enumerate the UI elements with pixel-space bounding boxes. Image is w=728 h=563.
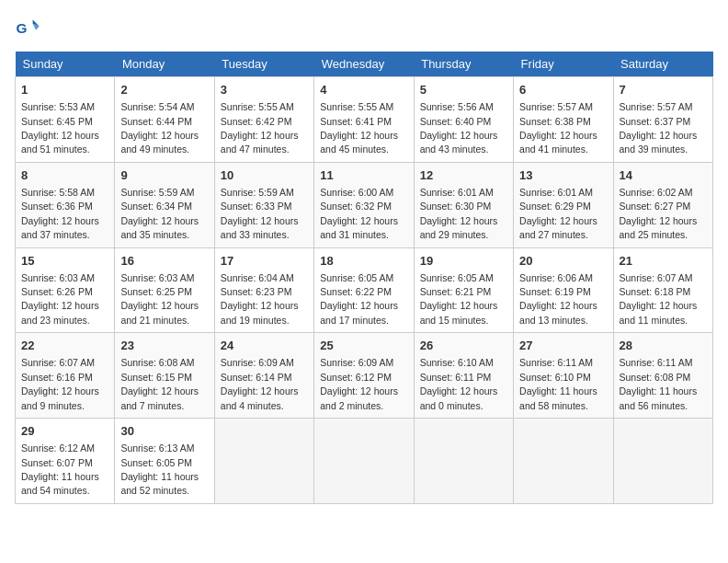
calendar-cell: 26Sunrise: 6:10 AMSunset: 6:11 PMDayligh…: [414, 333, 513, 419]
day-number: 13: [519, 167, 607, 184]
header-thursday: Thursday: [414, 52, 513, 77]
calendar-cell: 15Sunrise: 6:03 AMSunset: 6:26 PMDayligh…: [16, 247, 115, 333]
day-info: Sunrise: 5:59 AMSunset: 6:33 PMDaylight:…: [221, 187, 299, 240]
calendar-cell: [613, 419, 712, 504]
day-number: 8: [21, 167, 108, 184]
day-info: Sunrise: 5:53 AMSunset: 6:45 PMDaylight:…: [21, 101, 99, 155]
calendar-cell: 27Sunrise: 6:11 AMSunset: 6:10 PMDayligh…: [514, 333, 613, 419]
day-info: Sunrise: 6:06 AMSunset: 6:19 PMDaylight:…: [519, 272, 597, 326]
day-number: 30: [120, 423, 208, 440]
day-number: 28: [620, 338, 707, 354]
calendar-cell: 23Sunrise: 6:08 AMSunset: 6:15 PMDayligh…: [115, 333, 214, 419]
calendar-cell: 24Sunrise: 6:09 AMSunset: 6:14 PMDayligh…: [214, 333, 313, 419]
calendar-cell: [214, 419, 313, 504]
calendar-cell: 29Sunrise: 6:12 AMSunset: 6:07 PMDayligh…: [16, 419, 115, 504]
calendar-cell: 9Sunrise: 5:59 AMSunset: 6:34 PMDaylight…: [115, 162, 214, 247]
day-number: 16: [120, 253, 208, 270]
calendar-cell: 19Sunrise: 6:05 AMSunset: 6:21 PMDayligh…: [414, 247, 513, 333]
day-number: 18: [320, 253, 407, 270]
calendar-cell: [314, 419, 414, 504]
calendar-cell: 28Sunrise: 6:11 AMSunset: 6:08 PMDayligh…: [613, 333, 712, 419]
day-number: 26: [420, 338, 507, 354]
day-info: Sunrise: 6:09 AMSunset: 6:12 PMDaylight:…: [320, 357, 398, 410]
header-monday: Monday: [115, 52, 214, 77]
day-number: 27: [519, 338, 607, 354]
calendar-cell: 21Sunrise: 6:07 AMSunset: 6:18 PMDayligh…: [613, 247, 712, 333]
day-info: Sunrise: 6:01 AMSunset: 6:29 PMDaylight:…: [519, 187, 597, 240]
calendar-cell: 2Sunrise: 5:54 AMSunset: 6:44 PMDaylight…: [115, 77, 214, 163]
calendar-cell: 3Sunrise: 5:55 AMSunset: 6:42 PMDaylight…: [214, 77, 313, 163]
header-tuesday: Tuesday: [214, 52, 313, 77]
day-number: 17: [221, 253, 308, 270]
day-number: 15: [21, 253, 108, 270]
header-sunday: Sunday: [16, 52, 115, 77]
calendar-week-row: 15Sunrise: 6:03 AMSunset: 6:26 PMDayligh…: [16, 247, 713, 333]
day-number: 22: [21, 338, 108, 354]
day-info: Sunrise: 6:11 AMSunset: 6:10 PMDaylight:…: [519, 357, 597, 410]
calendar-cell: 4Sunrise: 5:55 AMSunset: 6:41 PMDaylight…: [314, 77, 414, 163]
day-number: 5: [420, 82, 507, 98]
day-info: Sunrise: 6:11 AMSunset: 6:08 PMDaylight:…: [620, 357, 698, 410]
calendar-header-row: SundayMondayTuesdayWednesdayThursdayFrid…: [16, 52, 713, 77]
day-info: Sunrise: 6:13 AMSunset: 6:05 PMDaylight:…: [120, 442, 199, 496]
day-number: 9: [120, 167, 208, 184]
day-info: Sunrise: 6:10 AMSunset: 6:11 PMDaylight:…: [420, 357, 498, 410]
calendar-week-row: 1Sunrise: 5:53 AMSunset: 6:45 PMDaylight…: [16, 77, 713, 163]
day-info: Sunrise: 6:02 AMSunset: 6:27 PMDaylight:…: [620, 187, 698, 240]
day-info: Sunrise: 6:07 AMSunset: 6:18 PMDaylight:…: [620, 272, 698, 326]
calendar-week-row: 22Sunrise: 6:07 AMSunset: 6:16 PMDayligh…: [16, 333, 713, 419]
day-info: Sunrise: 6:00 AMSunset: 6:32 PMDaylight:…: [320, 187, 398, 240]
calendar-cell: [514, 419, 613, 504]
calendar-cell: 18Sunrise: 6:05 AMSunset: 6:22 PMDayligh…: [314, 247, 414, 333]
day-number: 12: [420, 167, 507, 184]
day-info: Sunrise: 5:57 AMSunset: 6:37 PMDaylight:…: [620, 101, 698, 155]
day-number: 7: [620, 82, 707, 98]
day-info: Sunrise: 6:04 AMSunset: 6:23 PMDaylight:…: [221, 272, 299, 326]
calendar-week-row: 8Sunrise: 5:58 AMSunset: 6:36 PMDaylight…: [16, 162, 713, 247]
svg-text:G: G: [16, 20, 27, 36]
day-info: Sunrise: 6:05 AMSunset: 6:22 PMDaylight:…: [320, 272, 398, 326]
header-wednesday: Wednesday: [314, 52, 414, 77]
calendar-cell: 7Sunrise: 5:57 AMSunset: 6:37 PMDaylight…: [613, 77, 712, 163]
day-number: 24: [221, 338, 308, 354]
day-number: 2: [120, 82, 208, 98]
page-header: G: [15, 15, 713, 40]
day-info: Sunrise: 5:59 AMSunset: 6:34 PMDaylight:…: [120, 187, 199, 240]
day-info: Sunrise: 5:55 AMSunset: 6:42 PMDaylight:…: [221, 101, 299, 155]
calendar-cell: 6Sunrise: 5:57 AMSunset: 6:38 PMDaylight…: [514, 77, 613, 163]
calendar-cell: 10Sunrise: 5:59 AMSunset: 6:33 PMDayligh…: [214, 162, 313, 247]
day-number: 4: [320, 82, 407, 98]
day-info: Sunrise: 5:58 AMSunset: 6:36 PMDaylight:…: [21, 187, 99, 240]
day-info: Sunrise: 6:03 AMSunset: 6:25 PMDaylight:…: [120, 272, 199, 326]
day-info: Sunrise: 5:56 AMSunset: 6:40 PMDaylight:…: [420, 101, 498, 155]
day-number: 3: [221, 82, 308, 98]
calendar-cell: 11Sunrise: 6:00 AMSunset: 6:32 PMDayligh…: [314, 162, 414, 247]
day-number: 11: [320, 167, 407, 184]
day-info: Sunrise: 6:01 AMSunset: 6:30 PMDaylight:…: [420, 187, 498, 240]
calendar-cell: 8Sunrise: 5:58 AMSunset: 6:36 PMDaylight…: [16, 162, 115, 247]
day-info: Sunrise: 6:12 AMSunset: 6:07 PMDaylight:…: [21, 442, 99, 496]
calendar-table: SundayMondayTuesdayWednesdayThursdayFrid…: [15, 52, 713, 504]
header-friday: Friday: [514, 52, 613, 77]
day-info: Sunrise: 6:03 AMSunset: 6:26 PMDaylight:…: [21, 272, 99, 326]
calendar-cell: 30Sunrise: 6:13 AMSunset: 6:05 PMDayligh…: [115, 419, 214, 504]
calendar-cell: 13Sunrise: 6:01 AMSunset: 6:29 PMDayligh…: [514, 162, 613, 247]
day-number: 6: [519, 82, 607, 98]
day-number: 1: [21, 82, 108, 98]
calendar-cell: 16Sunrise: 6:03 AMSunset: 6:25 PMDayligh…: [115, 247, 214, 333]
calendar-cell: [414, 419, 513, 504]
day-info: Sunrise: 5:57 AMSunset: 6:38 PMDaylight:…: [519, 101, 597, 155]
calendar-cell: 5Sunrise: 5:56 AMSunset: 6:40 PMDaylight…: [414, 77, 513, 163]
calendar-week-row: 29Sunrise: 6:12 AMSunset: 6:07 PMDayligh…: [16, 419, 713, 504]
day-info: Sunrise: 6:07 AMSunset: 6:16 PMDaylight:…: [21, 357, 99, 410]
day-number: 20: [519, 253, 607, 270]
calendar-cell: 12Sunrise: 6:01 AMSunset: 6:30 PMDayligh…: [414, 162, 513, 247]
day-info: Sunrise: 5:54 AMSunset: 6:44 PMDaylight:…: [120, 101, 199, 155]
day-number: 21: [620, 253, 707, 270]
calendar-cell: 20Sunrise: 6:06 AMSunset: 6:19 PMDayligh…: [514, 247, 613, 333]
calendar-cell: 1Sunrise: 5:53 AMSunset: 6:45 PMDaylight…: [16, 77, 115, 163]
day-number: 25: [320, 338, 407, 354]
header-saturday: Saturday: [613, 52, 712, 77]
day-number: 23: [120, 338, 208, 354]
day-number: 10: [221, 167, 308, 184]
